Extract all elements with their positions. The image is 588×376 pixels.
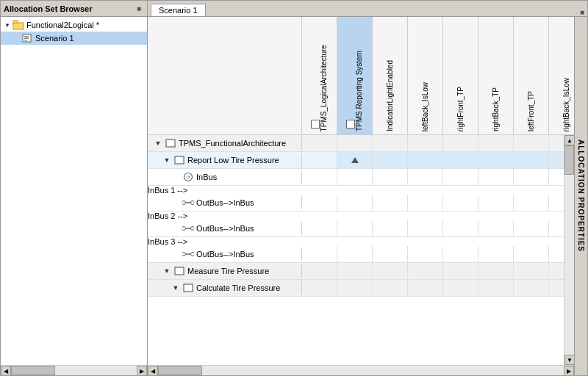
expand-calculate-tire[interactable]: ▼ <box>171 284 180 292</box>
cell-2-0[interactable] <box>302 169 337 185</box>
cell-0-4[interactable] <box>443 135 478 151</box>
cell-7-6[interactable] <box>514 280 549 296</box>
tab-close-icon[interactable]: ■ <box>580 8 584 16</box>
tree-item-scenario1[interactable]: Scenario 1 <box>1 32 147 45</box>
cell-0-3[interactable] <box>408 135 443 151</box>
left-panel-scrollbar-h[interactable]: ◀ ▶ <box>1 365 147 375</box>
scroll-right-btn-main[interactable]: ▶ <box>564 366 574 375</box>
cell-7-1[interactable] <box>337 280 373 296</box>
cell-6-5[interactable] <box>478 263 514 279</box>
cell-4-5[interactable] <box>478 220 514 236</box>
cell-5-1[interactable] <box>337 246 373 262</box>
expand-icon[interactable]: ▼ <box>4 21 11 29</box>
cell-1-2[interactable] <box>373 152 408 168</box>
col-checkbox-tpms-reporting[interactable] <box>346 120 355 129</box>
settings-icon[interactable]: ■ <box>134 4 144 14</box>
expand-tpms-func[interactable]: ▼ <box>154 140 162 147</box>
cell-3-5[interactable] <box>478 195 514 211</box>
cell-5-4[interactable] <box>443 246 478 262</box>
cell-5-6[interactable] <box>514 246 549 262</box>
tree-item-functional2logical[interactable]: ▼ Functional2Logical * <box>1 18 147 32</box>
scroll-track-v[interactable] <box>564 145 574 355</box>
table-row[interactable]: ▼ Report Low Tire Pressure <box>148 152 574 169</box>
scrollbar-horizontal[interactable]: ◀ ▶ <box>148 365 574 375</box>
cell-1-4[interactable] <box>443 152 478 168</box>
cell-1-3[interactable] <box>408 152 443 168</box>
cell-2-4[interactable] <box>443 169 478 185</box>
expand-measure-tire[interactable]: ▼ <box>162 267 171 275</box>
col-header-rightback-islow: rightBack_IsLow <box>549 17 574 134</box>
cell-2-6[interactable] <box>514 169 549 185</box>
scrollbar-vertical[interactable]: ▲ ▼ <box>564 135 574 365</box>
cell-2-5[interactable] <box>478 169 514 185</box>
cell-0-2[interactable] <box>373 135 408 151</box>
cell-7-5[interactable] <box>478 280 514 296</box>
cell-0-5[interactable] <box>478 135 514 151</box>
scroll-track[interactable] <box>11 366 137 375</box>
main-content: TPMS_LogicalArchitecture TPMS Reporting … <box>148 17 587 375</box>
table-row[interactable]: ▼ TPMS_FunctionalArchitecture <box>148 135 574 152</box>
cell-7-2[interactable] <box>373 280 408 296</box>
scroll-thumb-v[interactable] <box>564 145 574 175</box>
cell-6-0[interactable] <box>302 263 337 279</box>
table-row[interactable]: OutBus-->InBus <box>148 220 574 237</box>
cell-4-0[interactable] <box>302 220 337 236</box>
scroll-thumb[interactable] <box>11 366 55 375</box>
scroll-right-btn[interactable]: ▶ <box>137 366 147 376</box>
svg-point-11 <box>182 201 186 205</box>
cell-5-3[interactable] <box>408 246 443 262</box>
cell-5-0[interactable] <box>302 246 337 262</box>
cell-0-6[interactable] <box>514 135 549 151</box>
cell-6-1[interactable] <box>337 263 373 279</box>
scroll-left-btn[interactable]: ◀ <box>1 366 11 376</box>
cell-3-1[interactable] <box>337 195 373 211</box>
col-checkbox-tpms-logical[interactable] <box>311 120 320 129</box>
cell-6-6[interactable] <box>514 263 549 279</box>
cell-1-5[interactable] <box>478 152 514 168</box>
cell-5-5[interactable] <box>478 246 514 262</box>
grid-rows-area: ▼ TPMS_FunctionalArchitecture <box>148 135 574 365</box>
cell-2-3[interactable] <box>408 169 443 185</box>
cell-3-3[interactable] <box>408 195 443 211</box>
right-panel: Scenario 1 ■ TPMS_LogicalArchitecture <box>148 1 587 375</box>
expand-report-low[interactable]: ▼ <box>162 156 171 164</box>
cell-6-2[interactable] <box>373 263 408 279</box>
cell-1-1[interactable] <box>337 152 373 168</box>
cell-4-4[interactable] <box>443 220 478 236</box>
table-row[interactable]: ▼ Measure Tire Pressure <box>148 263 574 280</box>
scroll-thumb-h[interactable] <box>158 366 202 375</box>
cell-7-3[interactable] <box>408 280 443 296</box>
scroll-up-btn[interactable]: ▲ <box>564 135 574 145</box>
cell-4-3[interactable] <box>408 220 443 236</box>
cell-3-2[interactable] <box>373 195 408 211</box>
cell-4-1[interactable] <box>337 220 373 236</box>
tab-scenario1[interactable]: Scenario 1 <box>151 4 206 16</box>
cell-5-2[interactable] <box>373 246 408 262</box>
table-row[interactable]: ▼ Calculate Tire Pressure <box>148 280 574 297</box>
cell-1-0[interactable] <box>302 152 337 168</box>
table-row[interactable]: OutBus-->InBus <box>148 195 574 212</box>
table-row[interactable]: ↺ InBus <box>148 169 574 186</box>
cell-3-0[interactable] <box>302 195 337 211</box>
cell-1-6[interactable] <box>514 152 549 168</box>
scroll-track-h[interactable] <box>158 366 564 375</box>
cell-2-2[interactable] <box>373 169 408 185</box>
allocation-properties-bar[interactable]: ALLOCATION PROPERTIES <box>574 17 587 375</box>
scroll-down-btn[interactable]: ▼ <box>564 355 574 365</box>
cell-4-6[interactable] <box>514 220 549 236</box>
cell-3-6[interactable] <box>514 195 549 211</box>
cell-4-2[interactable] <box>373 220 408 236</box>
cell-7-4[interactable] <box>443 280 478 296</box>
cell-6-3[interactable] <box>408 263 443 279</box>
cell-2-1[interactable] <box>337 169 373 185</box>
col-header-tpms-reporting: TPMS Reporting System <box>337 17 373 134</box>
svg-rect-7 <box>175 156 184 164</box>
svg-point-14 <box>182 227 186 231</box>
cell-0-1[interactable] <box>337 135 373 151</box>
scroll-left-btn-main[interactable]: ◀ <box>148 366 158 375</box>
cell-6-4[interactable] <box>443 263 478 279</box>
cell-0-0[interactable] <box>302 135 337 151</box>
table-row[interactable]: OutBus-->InBus <box>148 246 574 263</box>
cell-3-4[interactable] <box>443 195 478 211</box>
cell-7-0[interactable] <box>302 280 337 296</box>
